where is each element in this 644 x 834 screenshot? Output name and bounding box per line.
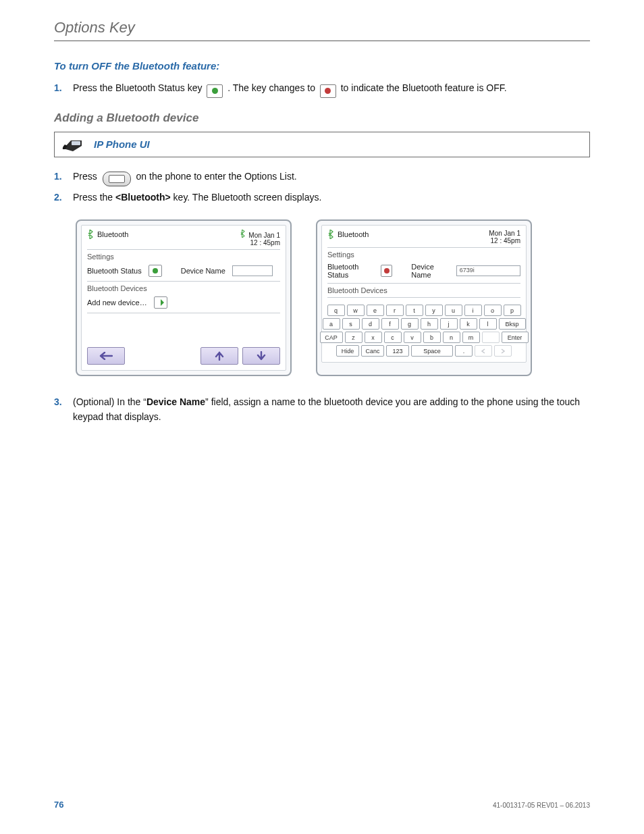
key-cap[interactable]: CAP — [320, 332, 343, 343]
key-e[interactable]: e — [367, 305, 384, 316]
bluetooth-icon — [240, 230, 246, 239]
device-name-field[interactable]: 6739i — [456, 265, 520, 276]
ip-phone-ui-callout: IP Phone UI — [54, 132, 590, 157]
bt-status-label: Bluetooth Status — [327, 263, 374, 279]
doc-id: 41-001317-05 REV01 – 06.2013 — [493, 802, 590, 809]
bluetooth-on-icon — [207, 84, 223, 98]
step-text: Press the — [73, 192, 115, 203]
key-w[interactable]: w — [347, 305, 365, 316]
step-number: 1. — [54, 170, 66, 186]
screen-title: Bluetooth — [338, 230, 369, 238]
device-name-label: Device Name — [411, 263, 449, 279]
phone-screenshot-b: Bluetooth Mon Jan 1 12 : 45pm Settings B… — [316, 219, 532, 376]
device-name-field[interactable] — [232, 265, 273, 276]
key-arrow-left[interactable] — [475, 345, 492, 357]
key-d[interactable]: d — [362, 318, 379, 330]
key-k[interactable]: k — [460, 318, 477, 330]
key-c[interactable]: c — [384, 332, 402, 343]
key-backspace[interactable]: Bksp — [499, 318, 526, 330]
bt-devices-label: Bluetooth Devices — [87, 284, 280, 292]
page-title: Options Key — [54, 19, 590, 36]
key-b[interactable]: b — [423, 332, 441, 343]
key-space[interactable]: Space — [411, 345, 453, 357]
key-m[interactable]: m — [462, 332, 480, 343]
key-p[interactable]: p — [504, 305, 521, 316]
svg-rect-0 — [72, 141, 80, 145]
settings-label: Settings — [87, 253, 280, 261]
step-3-add: (Optional) In the “Device Name” field, a… — [73, 395, 590, 424]
callout-label: IP Phone UI — [94, 138, 150, 150]
key-g[interactable]: g — [401, 318, 419, 330]
step-number: 2. — [54, 190, 66, 205]
key-q[interactable]: q — [327, 305, 345, 316]
phone-screenshot-a: Bluetooth Mon Jan 1 12 : 45pm Settings B… — [76, 219, 292, 376]
key-n[interactable]: n — [443, 332, 460, 343]
key-z[interactable]: z — [345, 332, 363, 343]
key-v[interactable]: v — [404, 332, 421, 343]
screen-date: Mon Jan 1 — [248, 232, 280, 239]
adding-device-heading: Adding a Bluetooth device — [54, 111, 590, 125]
step-1-off: Press the Bluetooth Status key . The key… — [73, 81, 590, 98]
bt-devices-label: Bluetooth Devices — [327, 286, 520, 294]
bluetooth-icon — [87, 230, 93, 239]
step-text: key. The Bluetooth screen displays. — [171, 192, 322, 203]
key-enter[interactable]: Enter — [502, 332, 529, 343]
step-2-add: Press the <Bluetooth> key. The Bluetooth… — [73, 190, 590, 205]
screen-title: Bluetooth — [97, 230, 128, 238]
key-u[interactable]: u — [445, 305, 462, 316]
step-number: 1. — [54, 81, 66, 98]
add-device-button[interactable] — [154, 296, 167, 309]
key-r[interactable]: r — [386, 305, 404, 316]
key-blank — [482, 332, 500, 343]
bluetooth-off-icon — [320, 84, 336, 98]
softkey-up[interactable] — [200, 347, 238, 365]
key-t[interactable]: t — [406, 305, 423, 316]
bluetooth-icon — [327, 230, 333, 239]
phone-icon — [61, 136, 84, 153]
key-o[interactable]: o — [484, 305, 502, 316]
step-text: on the phone to enter the Options List. — [136, 171, 297, 182]
step-text: Press the Bluetooth Status key — [73, 82, 205, 93]
bt-status-toggle[interactable] — [149, 265, 162, 277]
header-rule — [54, 41, 590, 41]
softkey-back[interactable] — [87, 347, 125, 365]
screen-time: 12 : 45pm — [491, 237, 520, 244]
key-y[interactable]: y — [425, 305, 443, 316]
key-h[interactable]: h — [421, 318, 438, 330]
step-text: Press — [73, 171, 100, 182]
device-name-bold: Device Name — [146, 396, 205, 407]
key-hide[interactable]: Hide — [336, 345, 359, 357]
key-i[interactable]: i — [464, 305, 482, 316]
key-123[interactable]: 123 — [386, 345, 409, 357]
key-s[interactable]: s — [342, 318, 360, 330]
step-text: to indicate the Bluetooth feature is OFF… — [341, 82, 507, 93]
bt-status-label: Bluetooth Status — [87, 267, 142, 275]
key-cancel[interactable]: Canc — [361, 345, 384, 357]
on-screen-keyboard: qwertyuiop asdfghjklBksp CAPzxcvbnmEnter… — [327, 305, 520, 357]
step-number: 3. — [54, 395, 66, 424]
key-x[interactable]: x — [365, 332, 382, 343]
settings-label: Settings — [327, 251, 520, 259]
softkey-blank — [144, 347, 182, 365]
key-f[interactable]: f — [381, 318, 399, 330]
key-arrow-right[interactable] — [494, 345, 512, 357]
softkey-down[interactable] — [242, 347, 280, 365]
step-text: . The key changes to — [227, 82, 318, 93]
screen-time: 12 : 45pm — [250, 239, 280, 246]
turn-off-heading: To turn OFF the Bluetooth feature: — [54, 60, 590, 72]
page-number: 76 — [54, 800, 63, 810]
bt-status-toggle[interactable] — [381, 265, 392, 277]
key-j[interactable]: j — [440, 318, 458, 330]
key-a[interactable]: a — [323, 318, 340, 330]
key-dot[interactable]: . — [455, 345, 473, 357]
options-hard-key-icon — [103, 172, 131, 186]
device-name-label: Device Name — [181, 267, 225, 275]
screen-date: Mon Jan 1 — [489, 230, 520, 237]
key-l[interactable]: l — [479, 318, 497, 330]
bluetooth-key-label: <Bluetooth> — [115, 192, 171, 203]
step-text: (Optional) In the “ — [73, 396, 146, 407]
step-1-add: Press on the phone to enter the Options … — [73, 170, 590, 186]
add-new-device-label: Add new device… — [87, 298, 147, 307]
